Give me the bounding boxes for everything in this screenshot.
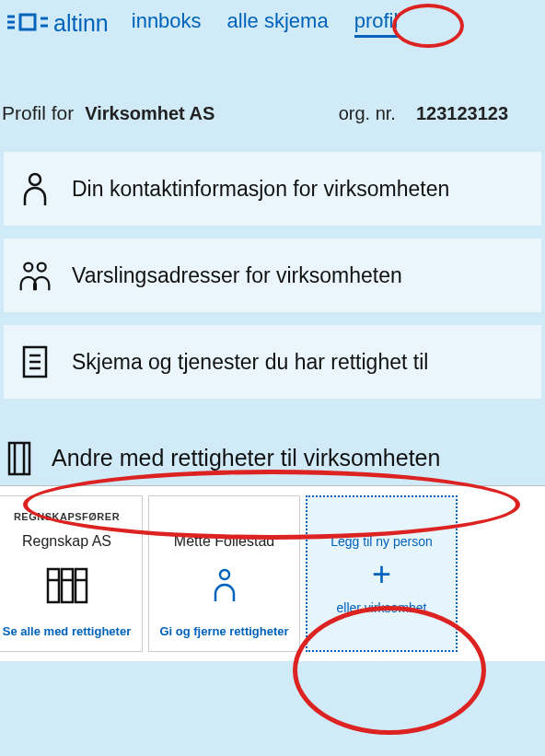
card-name: Mette Follestad [174, 533, 274, 550]
profile-heading: Profil for Virksomhet AS org. nr. 123123… [0, 47, 545, 152]
top-header: altinn innboks alle skjema profil [0, 0, 545, 47]
rights-cards: REGNSKAPSFØRER Regnskap AS Se alle med r… [0, 485, 545, 661]
panel-contact-info[interactable]: Din kontaktinformasjon for virksomheten [4, 152, 541, 226]
panel-services[interactable]: Skjema og tjenester du har rettighet til [4, 325, 541, 399]
svg-rect-13 [9, 443, 29, 474]
panel-notifications[interactable]: Varslingsadresser for virksomheten [4, 238, 541, 312]
svg-rect-18 [75, 569, 87, 602]
people-icon [18, 257, 52, 294]
card-add-new[interactable]: Legg til ny person + eller virksomhet [306, 495, 458, 652]
add-label-bottom: eller virksomhet [336, 600, 426, 615]
person-icon [212, 566, 238, 607]
panel-title: Varslingsadresser for virksomheten [72, 263, 402, 288]
org-number-label: org. nr. [339, 103, 405, 124]
nav-inbox[interactable]: innboks [132, 9, 202, 38]
card-action: Se alle med rettigheter [3, 624, 131, 638]
brand-text: altinn [53, 10, 109, 37]
svg-point-22 [220, 570, 229, 579]
nav-profile[interactable]: profil [354, 9, 399, 38]
building-icon [7, 439, 35, 476]
section-others-with-rights[interactable]: Andre med rettigheter til virksomheten [0, 430, 545, 485]
nav-forms[interactable]: alle skjema [227, 9, 329, 38]
add-label-top: Legg til ny person [330, 534, 433, 549]
altinn-logo-icon [7, 11, 48, 37]
svg-point-8 [38, 263, 46, 272]
logo[interactable]: altinn [7, 10, 109, 37]
profile-label: Profil for [2, 102, 74, 124]
binders-icon [46, 565, 88, 608]
card-name: Regnskap AS [22, 533, 111, 550]
org-number-value: 123123123 [416, 103, 545, 124]
section-title: Andre med rettigheter til virksomheten [52, 445, 440, 471]
person-icon [18, 170, 52, 207]
panel-title: Skjema og tjenester du har rettighet til [72, 350, 428, 375]
svg-rect-16 [48, 569, 59, 602]
card-accountant[interactable]: REGNSKAPSFØRER Regnskap AS Se alle med r… [0, 495, 143, 652]
profile-name: Virksomhet AS [85, 103, 215, 124]
card-action: Gi og fjerne rettigheter [159, 624, 288, 638]
svg-point-7 [24, 263, 32, 272]
plus-icon: + [372, 558, 391, 591]
panel-title: Din kontaktinformasjon for virksomheten [72, 177, 449, 202]
svg-rect-17 [62, 569, 73, 602]
svg-point-6 [29, 174, 41, 185]
svg-rect-0 [20, 15, 35, 29]
card-person[interactable]: Mette Follestad Gi og fjerne rettigheter [148, 495, 300, 652]
panel-list: Din kontaktinformasjon for virksomheten … [0, 152, 545, 399]
card-role: REGNSKAPSFØRER [14, 511, 120, 522]
main-nav: innboks alle skjema profil [132, 9, 399, 38]
document-icon [18, 343, 52, 380]
